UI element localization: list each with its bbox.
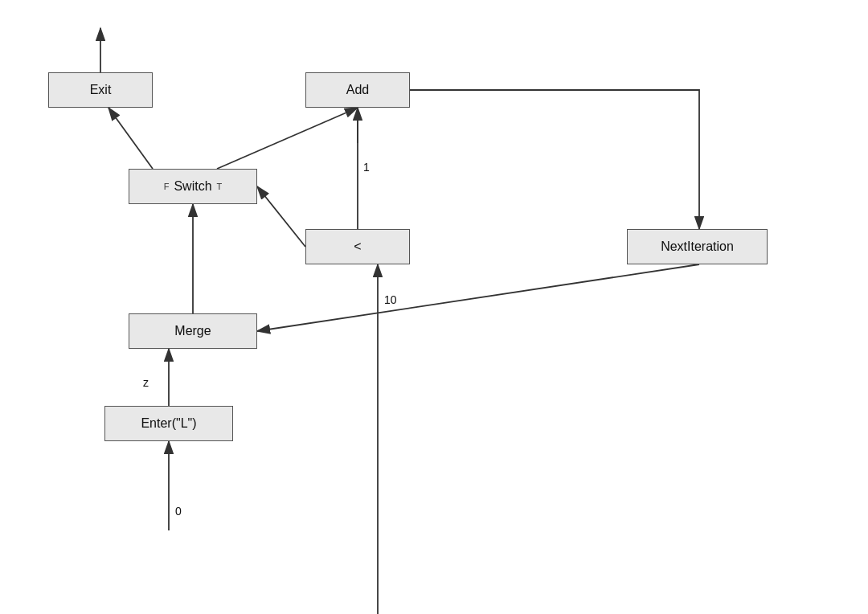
- node-switch: F Switch T: [129, 169, 257, 204]
- edge-label-10: 10: [384, 293, 397, 306]
- svg-line-5: [257, 186, 305, 247]
- node-merge: Merge: [129, 313, 257, 349]
- node-less: <: [305, 229, 410, 264]
- edge-label-1: 1: [363, 161, 370, 174]
- edge-label-0: 0: [175, 505, 182, 518]
- edge-label-z: z: [143, 376, 149, 389]
- node-next-iteration: NextIteration: [627, 229, 768, 264]
- svg-line-2: [108, 108, 153, 169]
- node-add: Add: [305, 72, 410, 108]
- svg-line-3: [217, 108, 358, 169]
- node-exit: Exit: [48, 72, 153, 108]
- node-enter: Enter("L"): [104, 406, 233, 441]
- diagram: Exit Add F Switch T < NextIteration Merg…: [0, 0, 868, 614]
- svg-line-7: [257, 264, 699, 331]
